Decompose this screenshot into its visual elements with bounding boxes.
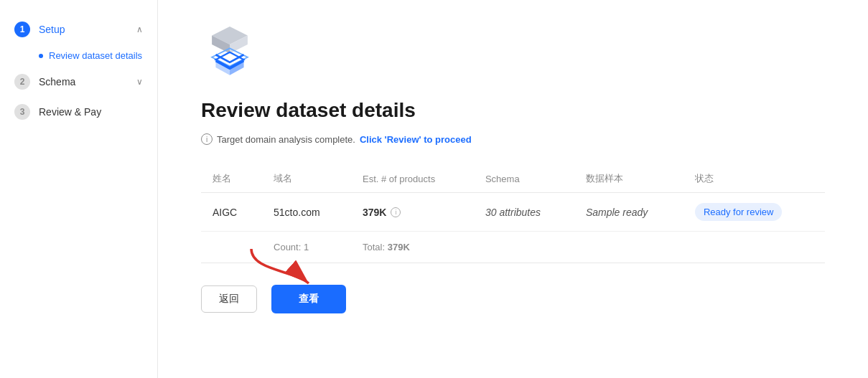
- sidebar-step-3[interactable]: 3 Review & Pay: [0, 97, 157, 127]
- info-banner-link[interactable]: Click 'Review' to proceed: [360, 134, 472, 145]
- col-header-sample: 数据样本: [574, 165, 683, 193]
- step-1-number: 1: [14, 22, 30, 37]
- step-1-expand-icon: ∧: [136, 24, 143, 34]
- info-banner-icon: i: [201, 133, 213, 145]
- sub-dot-icon: [39, 54, 43, 58]
- summary-total: Total: 379K: [351, 232, 474, 263]
- col-header-products: Est. # of products: [351, 165, 474, 193]
- col-header-schema: Schema: [474, 165, 574, 193]
- cell-status: Ready for review: [683, 193, 825, 232]
- col-header-name: 姓名: [201, 165, 262, 193]
- summary-total-value: 379K: [388, 242, 410, 252]
- schema-value: 30 attributes: [485, 207, 541, 218]
- sidebar-step-2[interactable]: 2 Schema ∨: [0, 67, 157, 97]
- review-button[interactable]: 查看: [271, 285, 346, 313]
- main-content: Review dataset details i Target domain a…: [158, 0, 868, 378]
- sidebar-sub-review-dataset[interactable]: Review dataset details: [0, 44, 157, 67]
- info-banner: i Target domain analysis complete. Click…: [201, 133, 825, 145]
- step-3-number: 3: [14, 104, 30, 120]
- summary-empty-3: [574, 232, 683, 263]
- sidebar-step-1[interactable]: 1 Setup ∧: [0, 14, 157, 44]
- step-2-number: 2: [14, 74, 30, 90]
- col-header-status: 状态: [683, 165, 825, 193]
- step-3-label: Review & Pay: [39, 106, 101, 118]
- summary-empty-4: [683, 232, 825, 263]
- step-1-label: Setup: [39, 24, 65, 35]
- cell-products: 379K i: [351, 193, 474, 232]
- cell-sample: Sample ready: [574, 193, 683, 232]
- cell-domain: 51cto.com: [262, 193, 351, 232]
- step-2-label: Schema: [39, 76, 75, 88]
- sidebar: 1 Setup ∧ Review dataset details 2 Schem…: [0, 0, 158, 378]
- sample-value: Sample ready: [586, 207, 648, 218]
- cell-name: AIGC: [201, 193, 262, 232]
- back-button[interactable]: 返回: [201, 285, 257, 313]
- action-buttons-area: 返回 查看: [201, 285, 825, 313]
- status-badge: Ready for review: [695, 203, 783, 221]
- col-header-domain: 域名: [262, 165, 351, 193]
- step-2-expand-icon: ∨: [136, 77, 143, 87]
- table-row: AIGC 51cto.com 379K i 30 attributes Samp…: [201, 193, 825, 232]
- app-logo-icon: [201, 22, 258, 79]
- products-value: 379K: [363, 207, 386, 218]
- products-info-icon[interactable]: i: [391, 207, 401, 217]
- cell-schema: 30 attributes: [474, 193, 574, 232]
- info-banner-text: Target domain analysis complete.: [217, 134, 355, 145]
- summary-empty-2: [474, 232, 574, 263]
- sidebar-sub-label: Review dataset details: [49, 50, 142, 61]
- page-title: Review dataset details: [201, 99, 825, 122]
